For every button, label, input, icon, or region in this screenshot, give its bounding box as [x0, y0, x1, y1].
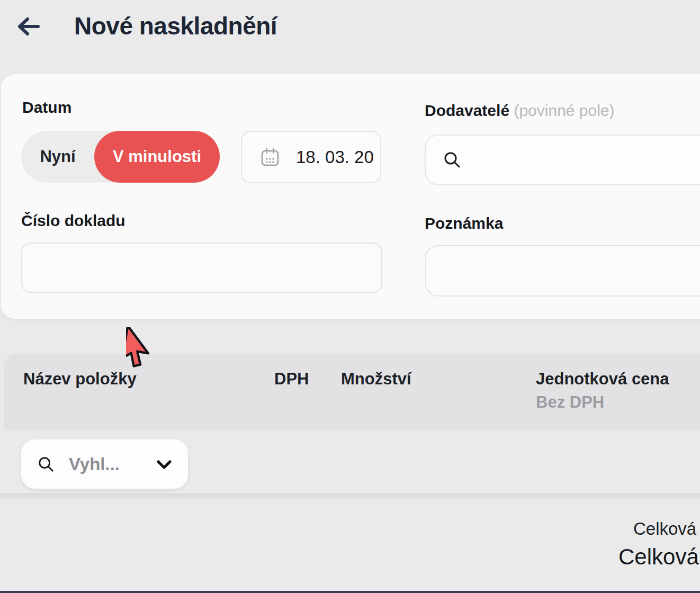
items-table-header: Název položky DPH Množství Jednotková ce…: [4, 354, 700, 430]
date-value: 18. 03. 20: [296, 147, 374, 167]
suppliers-search-field[interactable]: [425, 134, 700, 185]
toggle-now[interactable]: Nyní: [21, 131, 94, 183]
arrow-left-icon: [16, 16, 41, 37]
date-label: Datum: [22, 98, 71, 116]
total-label: Celková: [618, 544, 699, 570]
required-field-hint: (povinné pole): [514, 102, 614, 119]
stock-in-form-card: Datum Nyní V minulosti 18. 03. 20 Dodava…: [1, 74, 700, 319]
note-label: Poznámka: [425, 214, 503, 232]
suppliers-search-input[interactable]: [475, 136, 700, 184]
date-mode-toggle: Nyní V minulosti: [21, 131, 220, 183]
column-unit-price-sublabel: Bez DPH: [536, 393, 669, 412]
search-icon: [443, 150, 462, 169]
back-button[interactable]: [14, 12, 43, 41]
column-vat: DPH: [274, 370, 309, 389]
bottom-bar: [0, 591, 700, 593]
suppliers-label-text: Dodavatelé: [425, 102, 509, 119]
column-quantity: Množství: [341, 370, 411, 389]
document-number-label: Číslo dokladu: [21, 212, 125, 230]
item-search-combobox[interactable]: Vyhl...: [21, 439, 188, 489]
calendar-icon: [260, 147, 280, 167]
item-search-placeholder: Vyhl...: [69, 454, 142, 474]
column-unit-price: Jednotková cena Bez DPH: [536, 370, 669, 412]
note-input[interactable]: [425, 245, 700, 296]
document-number-input[interactable]: [21, 242, 382, 293]
new-stock-in-page: Nové naskladnění Datum Nyní V minulosti …: [0, 0, 700, 593]
toggle-in-the-past[interactable]: V minulosti: [94, 131, 220, 183]
row-divider: [0, 493, 700, 499]
search-icon: [37, 455, 55, 473]
column-unit-price-text: Jednotková cena: [536, 370, 669, 388]
page-title: Nové naskladnění: [74, 12, 277, 40]
date-picker-field[interactable]: 18. 03. 20: [241, 131, 381, 183]
chevron-down-icon: [156, 459, 172, 470]
column-item-name: Název položky: [23, 370, 137, 389]
suppliers-label: Dodavatelé (povinné pole): [425, 102, 615, 120]
total-excl-vat-label: Celková: [633, 519, 696, 539]
